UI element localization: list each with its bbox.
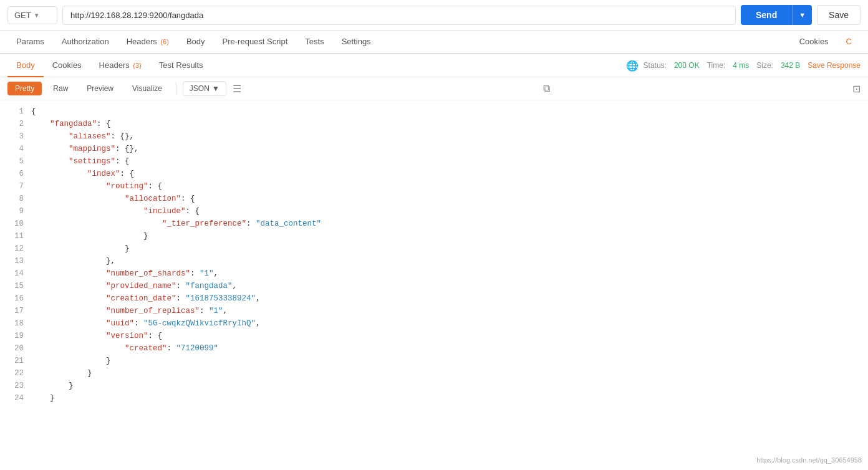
res-headers-badge: (3) (133, 62, 141, 69)
format-raw-button[interactable]: Raw (46, 82, 75, 95)
globe-icon[interactable]: 🌐 (626, 60, 639, 72)
line-numbers: 123456789101112131415161718192021222324 (0, 105, 31, 407)
line-number: 11 (10, 230, 24, 242)
line-number: 6 (10, 168, 24, 180)
code-line: "fangdada": { (31, 118, 856, 130)
send-btn-group: Send ▼ (741, 5, 812, 25)
code-line: "uuid": "5G-cwqkzQWikvicfRryIhQ", (31, 317, 856, 330)
res-tab-headers[interactable]: Headers (3) (90, 54, 150, 77)
json-chevron-icon: ▼ (212, 84, 219, 93)
expand-icon[interactable]: ⊡ (852, 83, 861, 95)
line-number: 9 (10, 205, 24, 218)
send-dropdown-button[interactable]: ▼ (792, 5, 812, 25)
wrap-icon[interactable]: ☰ (233, 83, 241, 95)
line-number: 20 (10, 342, 24, 355)
line-number: 23 (10, 380, 24, 392)
code-line: } (31, 355, 856, 367)
code-line: "_tier_preference": "data_content" (31, 218, 856, 230)
code-line: }, (31, 255, 856, 267)
line-number: 17 (10, 305, 24, 317)
code-line: } (31, 230, 856, 242)
status-label: Status: (644, 61, 667, 70)
res-tab-body[interactable]: Body (7, 54, 44, 77)
line-number: 15 (10, 280, 24, 292)
size-value: 342 B (781, 61, 800, 70)
status-info: Status: 200 OK Time: 4 ms Size: 342 B Sa… (644, 61, 861, 70)
status-value: 200 OK (674, 61, 700, 70)
save-button[interactable]: Save (817, 5, 861, 25)
code-area: 123456789101112131415161718192021222324 … (0, 100, 868, 412)
copy-icon[interactable]: ⧉ (543, 83, 550, 94)
code-line: "number_of_replicas": "1", (31, 305, 856, 317)
tab-params[interactable]: Params (7, 31, 53, 54)
json-format-select[interactable]: JSON ▼ (183, 81, 226, 96)
line-number: 13 (10, 255, 24, 267)
code-line: "version": { (31, 330, 856, 342)
line-number: 19 (10, 330, 24, 342)
line-number: 3 (10, 130, 24, 143)
save-response-button[interactable]: Save Response (808, 61, 861, 70)
time-value: 4 ms (733, 61, 749, 70)
time-label: Time: (707, 61, 726, 70)
code-content: { "fangdada": { "aliases": {}, "mappings… (31, 105, 868, 407)
code-line: "routing": { (31, 180, 856, 193)
code-line: } (31, 367, 856, 380)
response-section: Body Cookies Headers (3) Test Results 🌐 … (0, 54, 868, 412)
code-line: "index": { (31, 168, 856, 180)
res-tab-testresults[interactable]: Test Results (150, 54, 212, 77)
code-line: "creation_date": "1618753338924", (31, 292, 856, 305)
tab-headers[interactable]: Headers (6) (118, 31, 178, 54)
code-line: "number_of_shards": "1", (31, 267, 856, 280)
code-line: } (31, 242, 856, 255)
code-line: "include": { (31, 205, 856, 218)
tab-tests[interactable]: Tests (296, 31, 332, 54)
code-line: } (31, 380, 856, 392)
code-line: } (31, 392, 856, 405)
line-number: 4 (10, 143, 24, 155)
line-number: 12 (10, 242, 24, 255)
request-tabs: Params Authorization Headers (6) Body Pr… (0, 31, 868, 54)
tab-cookies-right[interactable]: Cookies (791, 31, 837, 54)
line-number: 7 (10, 180, 24, 193)
url-input[interactable] (62, 6, 736, 25)
code-line: { (31, 105, 856, 118)
tab-body[interactable]: Body (178, 31, 214, 54)
code-line: "mappings": {}, (31, 143, 856, 155)
response-status-area: 🌐 Status: 200 OK Time: 4 ms Size: 342 B … (626, 60, 861, 72)
response-tabs: Body Cookies Headers (3) Test Results 🌐 … (0, 54, 868, 77)
line-number: 21 (10, 355, 24, 367)
line-number: 22 (10, 367, 24, 380)
line-number: 18 (10, 317, 24, 330)
size-label: Size: (756, 61, 773, 70)
headers-badge: (6) (160, 38, 168, 46)
code-line: "provided_name": "fangdada", (31, 280, 856, 292)
line-number: 8 (10, 193, 24, 205)
tab-cookies-c[interactable]: C (837, 31, 861, 54)
format-pretty-button[interactable]: Pretty (7, 82, 42, 95)
method-select[interactable]: GET ▼ (7, 6, 57, 24)
line-number: 16 (10, 292, 24, 305)
tab-settings[interactable]: Settings (333, 31, 380, 54)
code-line: "allocation": { (31, 193, 856, 205)
tab-prerequest[interactable]: Pre-request Script (214, 31, 297, 54)
code-line: "created": "7120099" (31, 342, 856, 355)
res-tab-cookies[interactable]: Cookies (44, 54, 90, 77)
format-divider (176, 82, 176, 95)
format-bar: Pretty Raw Preview Visualize JSON ▼ ☰ ⧉ … (0, 77, 868, 100)
line-number: 24 (10, 392, 24, 405)
line-number: 5 (10, 155, 24, 168)
line-number: 14 (10, 267, 24, 280)
method-chevron-icon: ▼ (34, 12, 40, 19)
method-label: GET (14, 11, 31, 20)
format-visualize-button[interactable]: Visualize (125, 82, 170, 95)
send-button[interactable]: Send (741, 5, 792, 25)
line-number: 10 (10, 218, 24, 230)
code-line: "aliases": {}, (31, 130, 856, 143)
format-preview-button[interactable]: Preview (79, 82, 121, 95)
line-number: 2 (10, 118, 24, 130)
code-line: "settings": { (31, 155, 856, 168)
tab-authorization[interactable]: Authorization (53, 31, 118, 54)
json-format-label: JSON (190, 84, 210, 93)
line-number: 1 (10, 105, 24, 118)
top-bar: GET ▼ Send ▼ Save (0, 0, 868, 31)
